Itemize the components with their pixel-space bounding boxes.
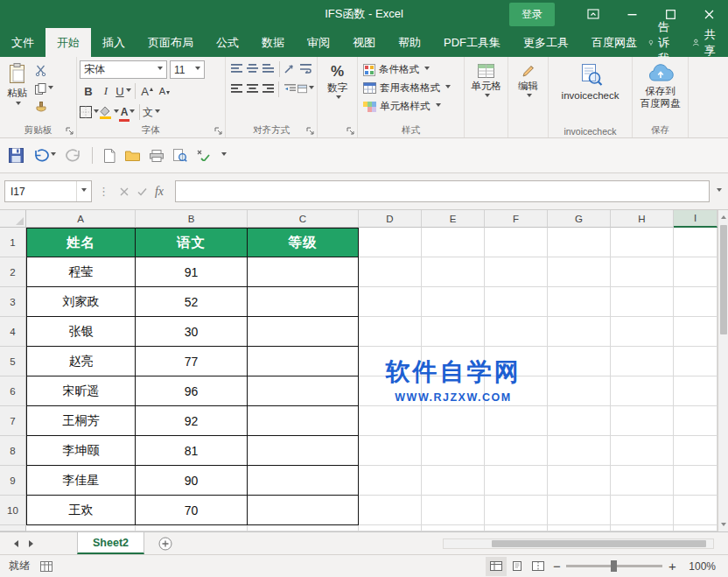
tab-页面布局[interactable]: 页面布局 [136,28,205,57]
cell-C5[interactable] [248,347,359,376]
italic-button[interactable]: I [97,82,115,100]
align-top-button[interactable] [228,60,244,77]
cell-A5[interactable]: 赵亮 [26,347,136,376]
cell-E6[interactable] [422,376,485,406]
number-format-button[interactable]: % 数字 [320,60,354,123]
cell-A4[interactable]: 张银 [26,317,136,347]
bold-button[interactable]: B [80,82,97,100]
name-box-dropdown[interactable] [76,181,91,201]
cell-D8[interactable] [359,436,422,466]
cell-B10[interactable]: 70 [136,496,248,525]
cell-E10[interactable] [422,496,485,525]
page-layout-view-button[interactable] [507,557,528,576]
number-dialog-launcher[interactable] [346,127,354,135]
ribbon-display-options-button[interactable] [574,0,612,28]
cell-B8[interactable]: 81 [136,436,248,466]
scroll-up-arrow[interactable] [718,210,728,223]
cell-C1[interactable]: 等级 [248,228,359,257]
cell-H11-partial[interactable] [611,525,674,531]
cell-C4[interactable] [248,317,359,347]
row-header-9[interactable]: 9 [0,466,26,496]
cell-E5[interactable] [422,347,485,376]
cells-button[interactable]: 单元格 [467,60,505,123]
formula-bar-expand-button[interactable] [717,188,722,194]
share-button[interactable]: 共享 [692,27,719,59]
cell-G10[interactable] [548,496,611,525]
tab-视图[interactable]: 视图 [341,28,387,57]
clipboard-dialog-launcher[interactable] [66,127,74,135]
cell-E9[interactable] [422,466,485,496]
cell-I9[interactable] [674,466,718,496]
cell-B1[interactable]: 语文 [136,228,248,257]
cell-F1[interactable] [485,228,548,257]
tab-公式[interactable]: 公式 [205,28,250,57]
row-header-7[interactable]: 7 [0,406,26,436]
add-sheet-button[interactable] [158,537,172,551]
tab-百度网盘[interactable]: 百度网盘 [580,28,648,57]
font-dialog-launcher[interactable] [214,127,222,135]
cell-H4[interactable] [611,317,674,347]
cell-D10[interactable] [359,496,422,525]
cut-button[interactable] [35,65,53,76]
cell-G6[interactable] [548,376,611,406]
horizontal-scrollbar[interactable] [443,538,714,549]
cell-I11-partial[interactable] [674,525,718,531]
cell-I10[interactable] [674,496,718,525]
cell-D6[interactable] [359,376,422,406]
editing-button[interactable]: 编辑 [511,60,545,123]
cell-F8[interactable] [485,436,548,466]
row-header-8[interactable]: 8 [0,436,26,466]
cell-styles-button[interactable]: 单元格样式 [360,98,461,115]
print-preview-button[interactable] [172,147,189,164]
qat-customize-button[interactable] [218,151,228,160]
paste-button[interactable]: 粘贴 [3,60,32,123]
fill-color-button[interactable] [99,103,119,121]
column-header-G[interactable]: G [548,210,611,228]
tab-file[interactable]: 文件 [0,28,46,57]
cell-A10[interactable]: 王欢 [26,496,136,525]
align-left-button[interactable] [228,81,244,97]
cell-C2[interactable] [248,257,359,287]
cell-A3[interactable]: 刘家政 [26,287,136,317]
column-header-F[interactable]: F [485,210,548,228]
cell-F6[interactable] [485,376,548,406]
tab-更多工具[interactable]: 更多工具 [512,28,580,57]
vertical-scroll-thumb[interactable] [720,225,727,334]
insert-function-button[interactable]: fx [150,185,168,199]
print-button[interactable] [148,148,165,164]
cell-B7[interactable]: 92 [136,406,248,436]
cell-G4[interactable] [548,317,611,347]
cell-C8[interactable] [248,436,359,466]
row-header-6[interactable]: 6 [0,376,26,406]
decrease-font-button[interactable]: A [156,82,173,100]
cell-D4[interactable] [359,317,422,347]
cell-D11-partial[interactable] [359,525,422,531]
new-document-button[interactable] [102,147,117,165]
cell-B6[interactable]: 96 [136,376,248,406]
accessibility-icon[interactable] [40,561,52,572]
cell-D3[interactable] [359,287,422,317]
borders-button[interactable] [80,103,99,121]
cell-C7[interactable] [248,406,359,436]
cell-A2[interactable]: 程莹 [26,257,136,287]
alignment-dialog-launcher[interactable] [306,127,314,135]
cell-H10[interactable] [611,496,674,525]
cell-H3[interactable] [611,287,674,317]
cell-F5[interactable] [485,347,548,376]
cell-E11-partial[interactable] [422,525,485,531]
cell-B5[interactable]: 77 [136,347,248,376]
sheet-nav-right[interactable] [29,540,37,547]
cell-C9[interactable] [248,466,359,496]
formula-input[interactable] [175,180,710,202]
tab-PDF工具集[interactable]: PDF工具集 [432,28,512,57]
cell-C3[interactable] [248,287,359,317]
cell-G2[interactable] [548,257,611,287]
orientation-button[interactable] [283,60,298,77]
cell-E2[interactable] [422,257,485,287]
font-size-select[interactable]: 11 [170,60,205,79]
zoom-out-button[interactable]: − [549,559,564,573]
save-button[interactable] [7,146,25,165]
cell-G8[interactable] [548,436,611,466]
cell-H8[interactable] [611,436,674,466]
select-all-button[interactable] [0,210,26,228]
